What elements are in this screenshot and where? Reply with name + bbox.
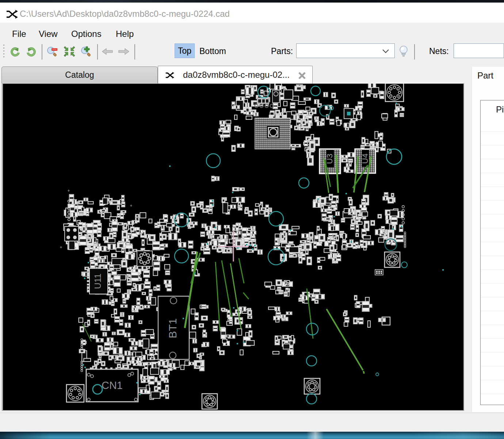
svg-text:BT1: BT1: [167, 318, 179, 338]
svg-text:U3: U3: [325, 154, 334, 164]
svg-text:U11: U11: [93, 274, 103, 289]
svg-text:CN1: CN1: [102, 379, 123, 391]
svg-text:U4: U4: [360, 153, 370, 164]
